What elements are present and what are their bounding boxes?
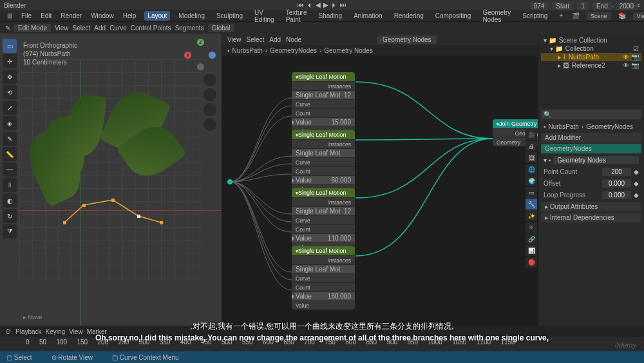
orientation-select[interactable]: Global (208, 24, 234, 32)
tool-radius[interactable]: ◐ (3, 193, 17, 208)
menu-window[interactable]: Window (88, 11, 117, 21)
start-frame[interactable]: 1 (577, 2, 589, 10)
prev-key-icon[interactable]: ⏴ (307, 1, 313, 8)
internal-dependencies[interactable]: ▸ Internal Dependencies (541, 213, 641, 222)
outliner[interactable]: ▾ 📁Scene Collection ▾ 📁Collection☑ ▸ ⌇Nu… (538, 34, 644, 104)
tab-geonodes[interactable]: Geometry Nodes (479, 8, 514, 25)
viewport-3d[interactable]: Front Orthographic (974) NurbsPath 10 Ce… (0, 34, 222, 326)
tab-modifier-icon[interactable]: 🔧 (526, 199, 537, 210)
tab-particle-icon[interactable]: ✨ (526, 210, 537, 222)
tab-modeling[interactable]: Modeling (175, 11, 208, 21)
search-input[interactable] (541, 110, 641, 119)
viewlayer-name[interactable]: ViewLayer (633, 12, 644, 20)
tool-annotate[interactable]: ✎ (3, 132, 17, 146)
mode-select[interactable]: Edit Mode (14, 24, 51, 32)
play-reverse-icon[interactable]: ◀ (316, 1, 321, 8)
ne-select[interactable]: Select (247, 36, 265, 43)
menu-control-points[interactable]: Control Points (131, 25, 171, 32)
reference-row[interactable]: ▸ 🖼Reference2👁📷 (541, 61, 641, 70)
tab-data-icon[interactable]: 📊 (526, 245, 537, 257)
tab-output-icon[interactable]: 🖨 (526, 141, 537, 152)
bc-object[interactable]: NurbsPath (232, 47, 263, 54)
nurbs-curve[interactable] (64, 200, 167, 233)
tab-animation[interactable]: Animation (350, 11, 385, 21)
tl-keying[interactable]: Keying (46, 328, 66, 335)
collection-row[interactable]: ▾ 📁Collection☑ (541, 44, 641, 53)
end-frame[interactable]: 2000 (616, 2, 638, 10)
node-single-leaf-2[interactable]: Single Leaf Motion Instances Single Leaf… (292, 130, 355, 193)
tool-move[interactable]: ✥ (3, 70, 17, 84)
scene-name[interactable]: Scene (587, 12, 611, 20)
node-single-leaf-4[interactable]: Single Leaf Motion Instances Single Leaf… (292, 246, 355, 309)
node-single-leaf-1[interactable]: Single Leaf Motion Instances Single Leaf… (292, 72, 355, 135)
modifier-header[interactable]: GeometryNodes (541, 144, 641, 153)
next-key-icon[interactable]: ⏵ (331, 1, 337, 8)
output-attributes[interactable]: ▸ Output Attributes (541, 202, 641, 211)
jump-start-icon[interactable]: ⏮ (298, 1, 304, 8)
play-icon[interactable]: ▶ (323, 1, 328, 8)
node-editor[interactable]: View Select Add Node Geometry Nodes ▪Nur… (222, 34, 538, 326)
menu-select[interactable]: Select (73, 25, 91, 32)
menu-file[interactable]: File (18, 11, 35, 21)
nav-gizmo[interactable]: Z X (184, 39, 216, 71)
ne-add[interactable]: Add (269, 36, 281, 43)
tool-draw[interactable]: 〰 (3, 162, 17, 177)
tab-world-icon[interactable]: 🌍 (526, 175, 537, 187)
tab-scene-icon[interactable]: 🌐 (526, 164, 537, 175)
value-field[interactable]: 110.000 (328, 235, 351, 242)
tab-scripting[interactable]: Scripting (519, 11, 551, 21)
point-count-field[interactable]: 200 (602, 168, 631, 176)
tab-material-icon[interactable]: 🔴 (526, 257, 537, 268)
tab-shading[interactable]: Shading (315, 11, 345, 21)
jump-end-icon[interactable]: ⏭ (340, 1, 346, 8)
zoom-icon[interactable] (204, 74, 216, 86)
value-field[interactable]: 15.000 (331, 119, 351, 126)
tool-select[interactable]: ▭ (3, 39, 17, 53)
menu-add[interactable]: Add (94, 25, 106, 32)
blender-icon[interactable]: ⊞ (4, 11, 15, 21)
camera-icon[interactable]: 📷 (631, 54, 639, 61)
camera-icon[interactable] (204, 103, 216, 116)
menu-curve[interactable]: Curve (109, 25, 127, 32)
tool-extrude[interactable]: ⫴ (3, 178, 17, 192)
menu-edit[interactable]: Edit (37, 11, 55, 21)
operator-panel[interactable]: ▸ Move (23, 314, 43, 320)
nurbspath-row[interactable]: ▸ ⌇NurbsPath👁📷 (541, 53, 641, 61)
tab-view-icon[interactable]: 🖼 (526, 152, 537, 164)
tab-constraint-icon[interactable]: 🔗 (526, 233, 537, 245)
eye-icon[interactable]: 👁 (623, 62, 629, 69)
tab-object-icon[interactable]: ▭ (526, 187, 537, 199)
loop-progress-field[interactable]: 0.000 (602, 191, 631, 199)
value-field[interactable]: 60.000 (331, 177, 351, 184)
bc-group[interactable]: Geometry Nodes (324, 47, 373, 54)
scene-collection[interactable]: ▾ 📁Scene Collection (541, 36, 641, 44)
perspective-icon[interactable] (204, 118, 216, 131)
tl-marker[interactable]: Marker (87, 328, 107, 335)
add-modifier-button[interactable]: Add Modifier (541, 133, 641, 142)
current-frame[interactable]: 974 (530, 2, 549, 10)
tab-layout[interactable]: Layout (144, 11, 170, 21)
checkbox-icon[interactable]: ☑ (633, 45, 639, 52)
tool-transform[interactable]: ◈ (3, 116, 17, 130)
tl-view[interactable]: View (69, 328, 83, 335)
ne-node[interactable]: Node (286, 36, 301, 43)
offset-field[interactable]: 0.000 (602, 179, 631, 188)
pan-icon[interactable] (204, 88, 216, 101)
nodegroup-name[interactable]: Geometry Nodes (377, 35, 437, 44)
tab-render-icon[interactable]: 🎥 (526, 129, 537, 141)
ne-view[interactable]: View (227, 36, 242, 43)
timeline-track[interactable]: 050100 150200250 300350400 450500550 600… (0, 337, 644, 351)
group-input-socket[interactable] (227, 179, 232, 184)
tab-add[interactable]: + (556, 11, 566, 21)
tool-cursor[interactable]: ✛ (3, 54, 17, 68)
nodegroup-field[interactable]: Geometry Nodes (553, 156, 639, 164)
tab-rendering[interactable]: Rendering (391, 11, 427, 21)
value-field[interactable]: 160.000 (328, 293, 351, 300)
menu-segments[interactable]: Segments (175, 25, 204, 32)
menu-help[interactable]: Help (120, 11, 140, 21)
eye-icon[interactable]: 👁 (623, 54, 629, 61)
tab-physics-icon[interactable]: ⚛ (526, 222, 537, 233)
tool-scale[interactable]: ⤢ (3, 101, 17, 115)
menu-render[interactable]: Render (57, 11, 85, 21)
bc-modifier[interactable]: GeometryNodes (270, 47, 317, 54)
